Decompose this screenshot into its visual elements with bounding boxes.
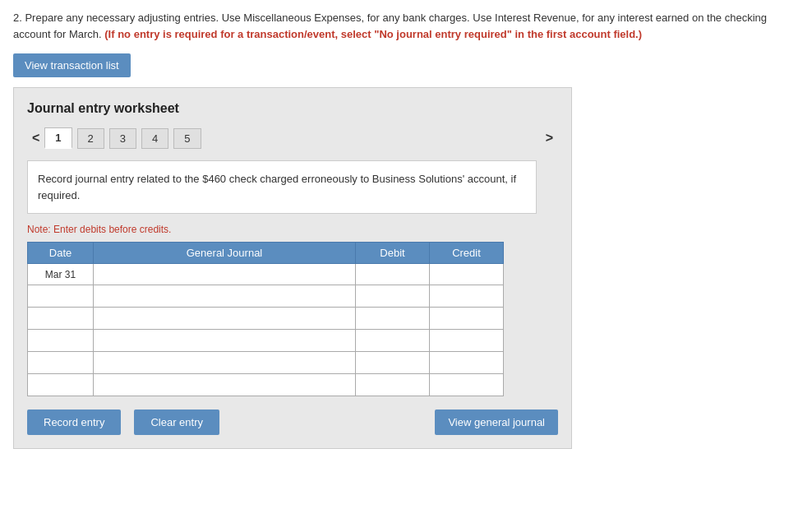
date-cell-0: Mar 31 (28, 264, 94, 285)
table-row: Mar 31 (28, 264, 504, 285)
credit-input-2[interactable] (430, 308, 503, 329)
credit-cell-5[interactable] (430, 374, 504, 396)
journal-cell-2[interactable] (94, 308, 356, 330)
debit-cell-1[interactable] (356, 285, 430, 308)
record-entry-button[interactable]: Record entry (27, 410, 121, 435)
tab-2[interactable]: 2 (77, 128, 104, 149)
credit-cell-3[interactable] (430, 330, 504, 352)
credit-cell-0[interactable] (430, 264, 504, 285)
debit-cell-5[interactable] (356, 374, 430, 396)
tab-3[interactable]: 3 (109, 128, 136, 149)
credit-cell-4[interactable] (430, 352, 504, 374)
debit-cell-4[interactable] (356, 352, 430, 374)
col-header-debit: Debit (356, 243, 430, 264)
debit-cell-0[interactable] (356, 264, 430, 285)
date-cell-3[interactable] (28, 330, 94, 352)
table-row (28, 330, 504, 352)
journal-cell-3[interactable] (94, 330, 356, 352)
journal-table: Date General Journal Debit Credit Mar 31 (27, 242, 504, 396)
buttons-row: Record entry Clear entry View general jo… (27, 410, 558, 435)
date-input-2[interactable] (33, 311, 88, 326)
date-input-4[interactable] (33, 355, 88, 370)
journal-input-4[interactable] (94, 352, 355, 373)
view-transaction-button[interactable]: View transaction list (13, 53, 131, 77)
clear-entry-button[interactable]: Clear entry (134, 410, 219, 435)
col-header-credit: Credit (430, 243, 504, 264)
journal-input-2[interactable] (94, 308, 355, 329)
note-text: Note: Enter debits before credits. (27, 224, 558, 235)
debit-input-3[interactable] (356, 330, 429, 351)
debit-cell-3[interactable] (356, 330, 430, 352)
instructions-text: 2. Prepare any necessary adjusting entri… (13, 10, 799, 42)
col-header-date: Date (28, 243, 94, 264)
journal-input-3[interactable] (94, 330, 355, 351)
journal-cell-1[interactable] (94, 285, 356, 308)
debit-input-0[interactable] (356, 264, 429, 285)
date-input-3[interactable] (33, 333, 88, 348)
credit-input-4[interactable] (430, 352, 503, 373)
view-general-journal-button[interactable]: View general journal (435, 410, 558, 435)
date-cell-4[interactable] (28, 352, 94, 374)
tab-next-button[interactable]: > (541, 127, 558, 149)
table-row (28, 285, 504, 308)
date-cell-5[interactable] (28, 374, 94, 396)
date-input-1[interactable] (33, 289, 88, 303)
credit-input-3[interactable] (430, 330, 503, 351)
table-row (28, 374, 504, 396)
debit-input-1[interactable] (356, 285, 429, 307)
credit-input-5[interactable] (430, 374, 503, 396)
description-box: Record journal entry related to the $460… (27, 160, 537, 214)
description-text: Record journal entry related to the $460… (38, 173, 516, 201)
credit-input-0[interactable] (430, 264, 503, 285)
debit-input-5[interactable] (356, 374, 429, 396)
tabs-row: < 1 2 3 4 5 > (27, 127, 558, 149)
table-row (28, 308, 504, 330)
debit-input-2[interactable] (356, 308, 429, 329)
table-row (28, 352, 504, 374)
tab-4[interactable]: 4 (141, 128, 168, 149)
worksheet-container: Journal entry worksheet < 1 2 3 4 5 > Re… (13, 87, 572, 449)
journal-cell-5[interactable] (94, 374, 356, 396)
tab-prev-button[interactable]: < (27, 127, 44, 149)
debit-cell-2[interactable] (356, 308, 430, 330)
credit-cell-2[interactable] (430, 308, 504, 330)
tab-5[interactable]: 5 (173, 128, 201, 149)
date-cell-1[interactable] (28, 285, 94, 308)
journal-input-5[interactable] (94, 374, 355, 396)
worksheet-title: Journal entry worksheet (27, 101, 558, 116)
credit-input-1[interactable] (430, 285, 503, 307)
journal-input-0[interactable] (94, 264, 355, 285)
tab-1[interactable]: 1 (44, 127, 72, 149)
col-header-journal: General Journal (94, 243, 356, 264)
credit-cell-1[interactable] (430, 285, 504, 308)
journal-input-1[interactable] (94, 285, 355, 307)
date-input-5[interactable] (33, 377, 88, 392)
journal-cell-0[interactable] (94, 264, 356, 285)
debit-input-4[interactable] (356, 352, 429, 373)
date-cell-2[interactable] (28, 308, 94, 330)
journal-cell-4[interactable] (94, 352, 356, 374)
